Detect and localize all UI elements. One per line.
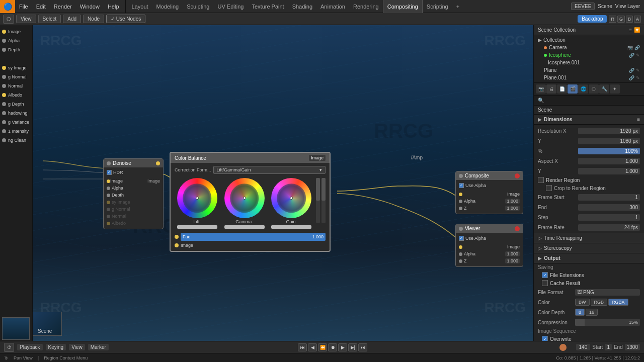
percent-input[interactable]: 100% xyxy=(578,148,640,154)
props-view-layer-icon[interactable]: 📄 xyxy=(557,84,567,94)
resolution-x-input[interactable]: 1920 px xyxy=(578,128,640,134)
editor-type-bottom[interactable]: ⏱ xyxy=(4,343,14,352)
collection-icosphere: Icosphere 🔗 ✎ xyxy=(534,51,644,59)
select-menu-btn[interactable]: Select xyxy=(38,15,61,23)
scene-collection-filter[interactable]: 🔽 xyxy=(634,27,640,33)
jump-start-btn[interactable]: ⏮ xyxy=(298,343,307,351)
tab-texture-paint[interactable]: Texture Paint xyxy=(248,0,288,13)
crop-render-region-row[interactable]: Crop to Render Region xyxy=(534,184,644,192)
props-output-icon[interactable]: 🖨 xyxy=(546,84,556,94)
tab-uv-editing[interactable]: UV Editing xyxy=(213,0,248,13)
tab-modeling[interactable]: Modeling xyxy=(152,0,183,13)
output-header[interactable]: ▶ Output xyxy=(534,253,644,263)
add-menu-btn[interactable]: Add xyxy=(63,15,81,23)
props-render-icon[interactable]: 📷 xyxy=(536,84,546,94)
dimensions-header[interactable]: ▶ Dimensions ≡ xyxy=(534,115,644,125)
aspect-y-input[interactable]: 1.000 xyxy=(578,168,640,174)
tab-sculpting[interactable]: Sculpting xyxy=(183,0,213,13)
menu-render[interactable]: Render xyxy=(50,0,76,13)
props-scene-icon[interactable]: 🎬 xyxy=(568,84,578,94)
props-world-icon[interactable]: 🌐 xyxy=(578,84,588,94)
menu-window[interactable]: Window xyxy=(76,0,104,13)
gain-color-wheel[interactable] xyxy=(271,178,311,218)
node-viewer[interactable]: Viewer ✓ Use Alpha Image Alpha 1.000 xyxy=(455,224,523,267)
node-color-balance-header: Color Balance Image xyxy=(171,153,330,163)
compression-slider[interactable]: 15% xyxy=(575,319,640,326)
gamma-color-wheel[interactable] xyxy=(224,178,265,218)
keying-menu[interactable]: Keying xyxy=(46,344,66,350)
region-context-menu-label: Region Context Menu xyxy=(44,355,88,360)
add-workspace-btn[interactable]: + xyxy=(452,0,463,13)
tab-shading[interactable]: Shading xyxy=(288,0,316,13)
socket-sy-image: sy Image xyxy=(0,63,32,72)
start-frame-input[interactable]: 1 xyxy=(605,344,612,350)
node-menu-btn[interactable]: Node xyxy=(83,15,104,23)
props-particles-icon[interactable]: ✦ xyxy=(610,84,620,94)
time-remapping-header[interactable]: ▷ Time Remapping xyxy=(534,233,644,243)
color-rgba-btn[interactable]: RGBA xyxy=(608,299,628,306)
color-depth-16-btn[interactable]: 16 xyxy=(586,309,598,316)
file-extensions-checkbox[interactable]: ✓ File Extensions xyxy=(534,271,644,279)
editor-type-btn[interactable]: ⬡ xyxy=(3,15,14,24)
file-format-selector[interactable]: 🖼 PNG xyxy=(575,289,640,296)
socket-albedo: Albedo xyxy=(0,90,32,100)
frame-rate-selector[interactable]: 24 fps xyxy=(578,224,640,231)
properties-search[interactable] xyxy=(534,96,644,106)
backdrop-btn[interactable]: Backdrop xyxy=(578,15,607,23)
next-frame-btn[interactable]: ▶| xyxy=(348,343,357,351)
frame-start-input[interactable]: 1 xyxy=(578,194,640,201)
tab-compositing[interactable]: Compositing xyxy=(383,0,423,13)
use-nodes-btn[interactable]: ✓ Use Nodes xyxy=(106,15,145,23)
props-object-icon[interactable]: ⬡ xyxy=(589,84,599,94)
view-menu-bottom[interactable]: View xyxy=(69,344,85,350)
menu-edit[interactable]: Edit xyxy=(32,0,50,13)
frame-step-input[interactable]: 1 xyxy=(578,214,640,221)
tab-animation[interactable]: Animation xyxy=(316,0,349,13)
node-denoise[interactable]: Denoise ✓ HDR Image Image Alpha xyxy=(103,158,164,229)
blender-logo[interactable]: 🔵 xyxy=(0,0,15,13)
menu-file[interactable]: File xyxy=(15,0,32,13)
aspect-x-input[interactable]: 1.000 xyxy=(578,158,640,164)
engine-selector[interactable]: EEVEE xyxy=(571,3,595,10)
tab-scripting[interactable]: Scripting xyxy=(423,0,452,13)
collection-camera: Camera 📷 🔗 xyxy=(534,44,644,51)
dimensions-menu-icon[interactable]: ≡ xyxy=(637,117,640,122)
view-menu-btn[interactable]: View xyxy=(16,15,36,23)
gamma-value-bar[interactable] xyxy=(224,225,265,229)
overwrite-checkbox[interactable]: ✓ Overwrite xyxy=(534,335,644,341)
color-depth-8-btn[interactable]: 8 xyxy=(575,309,585,316)
socket-g-variance: g Variance xyxy=(0,118,32,127)
render-region-checkbox-row[interactable]: Render Region xyxy=(534,176,644,184)
tab-layout[interactable]: Layout xyxy=(128,0,152,13)
correction-form-dropdown[interactable]: Lift/Gamma/Gain ▾ xyxy=(213,166,326,174)
resolution-y-input[interactable]: 1080 px xyxy=(578,138,640,144)
collection-root[interactable]: ▶ Collection xyxy=(534,36,644,44)
lift-value-bar[interactable] xyxy=(177,225,217,229)
scene-selector: Scene xyxy=(598,4,612,9)
playback-menu[interactable]: Playback xyxy=(17,344,43,350)
play-btn[interactable]: ▶ xyxy=(338,343,347,351)
gain-value-bar[interactable] xyxy=(271,225,311,229)
end-frame-input[interactable]: 1300 xyxy=(625,344,640,350)
svg-point-0 xyxy=(559,344,567,351)
socket-alpha: Alpha xyxy=(0,36,32,45)
current-frame-display[interactable]: 140 xyxy=(576,344,591,350)
prev-frame-btn[interactable]: ◀ xyxy=(308,343,317,351)
color-bw-btn[interactable]: BW xyxy=(575,299,590,306)
color-rgb-btn[interactable]: RGB xyxy=(591,299,608,306)
fac-slider[interactable]: Fac 1.000 xyxy=(181,233,326,241)
lift-color-wheel[interactable] xyxy=(177,178,217,218)
stereoscopy-header[interactable]: ▷ Stereoscopy xyxy=(534,243,644,253)
play-reverse-btn[interactable]: ⏪ xyxy=(318,343,327,351)
node-composite[interactable]: Composite ✓ Use Alpha Image Alpha 1.000 xyxy=(455,171,523,214)
tab-rendering[interactable]: Rendering xyxy=(349,0,383,13)
stop-btn[interactable]: ⏺ xyxy=(328,343,337,351)
cache-result-checkbox[interactable]: Cache Result xyxy=(534,279,644,287)
marker-menu[interactable]: Marker xyxy=(88,344,109,350)
jump-end-btn[interactable]: ⏭ xyxy=(358,343,367,351)
props-modifier-icon[interactable]: 🔧 xyxy=(599,84,609,94)
node-color-balance[interactable]: Color Balance Image Correction Form... L… xyxy=(170,152,331,252)
menu-help[interactable]: Help xyxy=(104,0,123,13)
socket-depth: Depth xyxy=(0,45,32,54)
frame-end-input[interactable]: 300 xyxy=(578,204,640,211)
